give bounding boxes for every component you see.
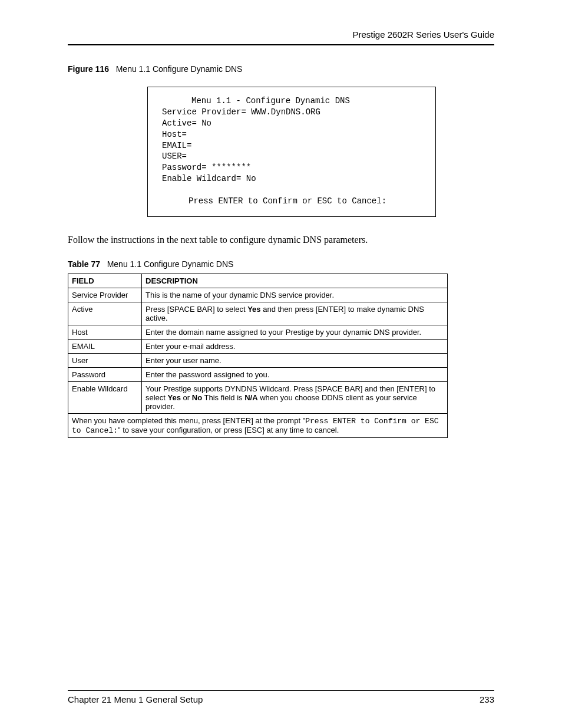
desc-cell: Enter the domain name assigned to your P…: [142, 325, 448, 339]
table-row: Password Enter the password assigned to …: [68, 367, 448, 381]
figure-title: Menu 1.1 Configure Dynamic DNS: [116, 64, 243, 74]
table-number: Table 77: [68, 259, 100, 269]
table-footer-row: When you have completed this menu, press…: [68, 413, 448, 437]
table-footer-cell: When you have completed this menu, press…: [68, 413, 448, 437]
field-cell: Active: [68, 302, 142, 325]
figure-number: Figure 116: [68, 64, 109, 74]
data-table: FIELD DESCRIPTION Service Provider This …: [68, 274, 448, 438]
field-cell: Host: [68, 325, 142, 339]
table-header-row: FIELD DESCRIPTION: [68, 274, 448, 288]
desc-cell: This is the name of your dynamic DNS ser…: [142, 288, 448, 302]
terminal-line: EMAIL=: [162, 140, 421, 151]
document-header: Prestige 2602R Series User's Guide: [68, 29, 494, 45]
table-row: Host Enter the domain name assigned to y…: [68, 325, 448, 339]
table-row: User Enter your user name.: [68, 353, 448, 367]
field-cell: User: [68, 353, 142, 367]
footer-page-number: 233: [480, 694, 494, 704]
terminal-line: Host=: [162, 129, 421, 140]
field-cell: Password: [68, 367, 142, 381]
terminal-title: Menu 1.1 - Configure Dynamic DNS: [162, 95, 421, 107]
col-header-field: FIELD: [68, 274, 142, 288]
col-header-description: DESCRIPTION: [142, 274, 448, 288]
desc-cell: Enter your e-mail address.: [142, 339, 448, 353]
table-caption: Table 77 Menu 1.1 Configure Dynamic DNS: [68, 259, 494, 269]
table-title: Menu 1.1 Configure Dynamic DNS: [107, 259, 234, 269]
table-row: Active Press [SPACE BAR] to select Yes a…: [68, 302, 448, 325]
page: Prestige 2602R Series User's Guide Figur…: [0, 0, 562, 728]
field-cell: Enable Wildcard: [68, 381, 142, 413]
field-cell: EMAIL: [68, 339, 142, 353]
terminal-line: Enable Wildcard= No: [162, 173, 421, 185]
terminal-line: Password= ********: [162, 162, 421, 173]
desc-cell: Enter your user name.: [142, 353, 448, 367]
figure-caption: Figure 116 Menu 1.1 Configure Dynamic DN…: [68, 64, 494, 74]
terminal-line: USER=: [162, 151, 421, 162]
terminal-line: Active= No: [162, 118, 421, 129]
field-cell: Service Provider: [68, 288, 142, 302]
terminal-line: Service Provider= WWW.DynDNS.ORG: [162, 107, 421, 118]
table-row: EMAIL Enter your e-mail address.: [68, 339, 448, 353]
terminal-prompt: Press ENTER to Confirm or ESC to Cancel:: [162, 196, 421, 207]
table-row: Service Provider This is the name of you…: [68, 288, 448, 302]
desc-cell: Enter the password assigned to you.: [142, 367, 448, 381]
desc-cell: Your Prestige supports DYNDNS Wildcard. …: [142, 381, 448, 413]
terminal-box: Menu 1.1 - Configure Dynamic DNSService …: [147, 87, 436, 217]
body-paragraph: Follow the instructions in the next tabl…: [68, 235, 494, 245]
desc-cell: Press [SPACE BAR] to select Yes and then…: [142, 302, 448, 325]
page-footer: Chapter 21 Menu 1 General Setup 233: [68, 690, 494, 704]
footer-chapter: Chapter 21 Menu 1 General Setup: [68, 694, 203, 704]
table-row: Enable Wildcard Your Prestige supports D…: [68, 381, 448, 413]
